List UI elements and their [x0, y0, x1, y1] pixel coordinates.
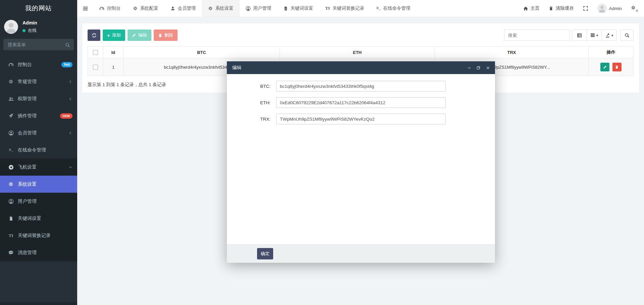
close-button[interactable]: × [486, 65, 490, 71]
sidebar-item-message-management[interactable]: 消息管理 [0, 244, 77, 261]
tab-system-config[interactable]: 系统配置 [127, 0, 164, 17]
maximize-button[interactable] [476, 66, 481, 70]
dialog-footer: 确定 [227, 244, 495, 263]
sidebar-item-keyword-replace-log[interactable]: TI 关键词替换记录 [0, 227, 77, 244]
column-header-id[interactable]: Id [103, 47, 123, 58]
gauge-icon [99, 6, 104, 11]
expand-icon [583, 6, 588, 11]
user-menu[interactable]: Admin [597, 4, 622, 13]
dialog-controls: – × [468, 65, 490, 71]
topnav-username: Admin [609, 6, 622, 11]
sidebar-item-label: 飞机设置 [18, 164, 68, 170]
sidebar-item-label: 控制台 [18, 62, 61, 68]
toggle-view-button[interactable] [572, 30, 587, 41]
sidebar-item-label: 关键词替换记录 [18, 233, 72, 239]
sidebar-item-label: 插件管理 [18, 113, 60, 119]
telegram-icon [7, 165, 15, 170]
delete-button[interactable]: 删除 [154, 29, 178, 41]
minimize-button[interactable]: – [468, 65, 470, 70]
sidebar-item-keyword-settings[interactable]: 关键词设置 [0, 210, 77, 227]
tab-label: 用户管理 [253, 5, 271, 11]
btc-field-label: BTC: [227, 84, 276, 89]
tab-label: 关键词设置 [291, 5, 313, 11]
sidebar-fill [0, 263, 77, 302]
column-header-eth[interactable]: ETH [280, 47, 435, 58]
row-edit-button[interactable] [600, 63, 609, 71]
users-icon [7, 96, 15, 102]
column-header-trx[interactable]: TRX [435, 47, 589, 58]
topnav: 控制台 系统配置 会员管理 系统设置 用户管理 关键词设置 [77, 0, 644, 17]
sidebar-item-dashboard[interactable]: 控制台 hot [0, 56, 77, 73]
row-checkbox[interactable] [93, 65, 98, 70]
export-icon [605, 33, 610, 38]
edit-button[interactable]: 编辑 [128, 29, 151, 41]
column-header-btc[interactable]: BTC [123, 47, 280, 58]
text-height-icon: TI [7, 233, 15, 238]
table-search-input[interactable] [504, 29, 570, 41]
table-view-icon [577, 33, 582, 38]
sidebar-item-auth[interactable]: 权限管理 [0, 90, 77, 107]
delete-label: 删除 [164, 32, 173, 38]
hamburger-icon [83, 6, 88, 11]
eth-field[interactable] [276, 97, 446, 108]
select-all-checkbox[interactable] [93, 50, 98, 55]
fullscreen-button[interactable] [583, 6, 588, 11]
gear-icon [208, 6, 213, 11]
sidebar-item-label: 系统设置 [18, 181, 72, 187]
form-row-btc: BTC: [227, 81, 495, 92]
online-dot-icon [22, 29, 26, 32]
avatar [4, 20, 18, 34]
caret-down-icon: ▾ [611, 34, 613, 37]
tab-keyword-settings[interactable]: 关键词设置 [278, 0, 319, 17]
export-dropdown-button[interactable]: ▾ [602, 30, 616, 41]
confirm-button[interactable]: 确定 [257, 248, 273, 259]
add-button[interactable]: + 添加 [103, 29, 125, 41]
column-header-actions: 操作 [589, 47, 634, 58]
columns-dropdown-button[interactable]: ▾ [587, 30, 602, 41]
file-icon [7, 216, 15, 221]
tab-dashboard[interactable]: 控制台 [93, 0, 127, 17]
tab-keyword-replace-log[interactable]: TI 关键词替换记录 [319, 0, 370, 17]
tab-online-command[interactable]: >_ 在线命令管理 [370, 0, 416, 17]
btc-field[interactable] [276, 81, 446, 92]
sidebar-item-system-settings[interactable]: 系统设置 [0, 176, 77, 193]
tab-members[interactable]: 会员管理 [164, 0, 202, 17]
user-status-label: 在线 [28, 27, 37, 34]
sidebar-item-telegram-settings[interactable]: 飞机设置 [0, 159, 77, 176]
search-toggle-button[interactable] [620, 29, 634, 41]
caret-down-icon: ▾ [596, 34, 598, 37]
row-delete-button[interactable] [612, 63, 622, 71]
clear-cache-button[interactable]: 清除缓存 [549, 5, 574, 11]
sidebar-item-members[interactable]: 会员管理 [0, 124, 77, 141]
trx-field-label: TRX: [227, 117, 276, 122]
tab-label: 关键词替换记录 [333, 5, 364, 11]
sidebar-item-command[interactable]: >_ 在线命令管理 [0, 141, 77, 159]
dialog-header[interactable]: 编辑 – × [227, 61, 495, 74]
trash-icon [615, 65, 619, 69]
sidebar-item-label: 常规管理 [18, 79, 68, 85]
gear-icon [133, 6, 138, 11]
trx-field[interactable] [276, 114, 446, 124]
sidebar-strip [0, 302, 77, 305]
user-name: Admin [22, 20, 37, 25]
menu-search-input[interactable] [3, 39, 74, 50]
sidebar-menu: 控制台 hot 常规管理 权限管理 插件管理 new 会员管理 [0, 56, 77, 261]
sidebar-item-general[interactable]: 常规管理 [0, 73, 77, 90]
refresh-button[interactable] [88, 29, 100, 41]
home-label: 主页 [531, 5, 540, 11]
tab-system-settings[interactable]: 系统设置 [202, 0, 240, 17]
settings-menu-button[interactable] [631, 5, 638, 11]
new-badge: new [60, 113, 72, 119]
terminal-icon: >_ [7, 148, 15, 152]
admin-screen: 我的网站 Admin 在线 控制台 hot [0, 0, 644, 305]
tab-label: 系统配置 [140, 5, 158, 11]
form-row-eth: ETH: [227, 97, 495, 108]
home-button[interactable]: 主页 [523, 5, 540, 11]
sidebar-item-addon[interactable]: 插件管理 new [0, 107, 77, 124]
table-search-box [504, 29, 570, 41]
eth-field-label: ETH: [227, 100, 276, 105]
tab-user-management[interactable]: 用户管理 [240, 0, 278, 17]
menu-toggle-button[interactable] [77, 0, 93, 17]
sidebar-item-user-management[interactable]: 用户管理 [0, 193, 77, 210]
text-height-icon: TI [325, 6, 330, 11]
